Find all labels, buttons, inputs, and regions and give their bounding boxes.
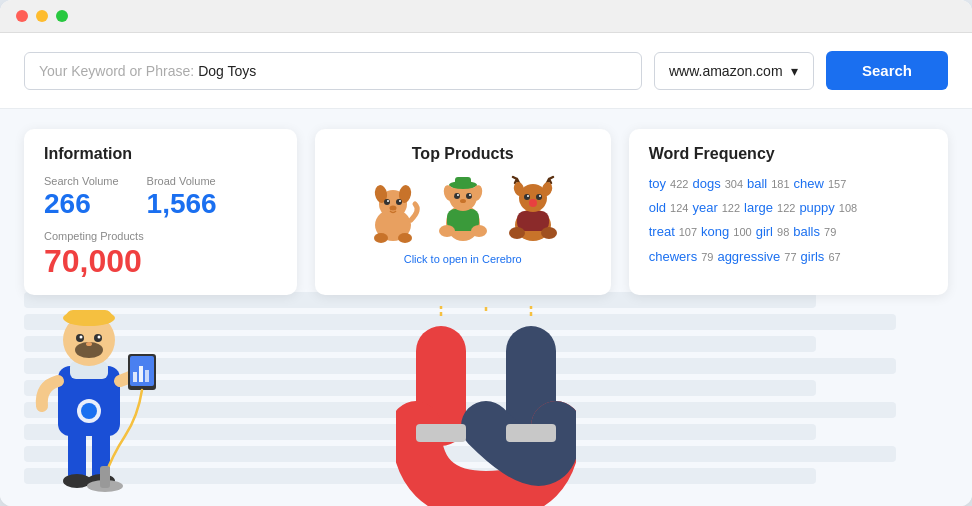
svg-point-7 <box>399 200 401 202</box>
svg-rect-56 <box>133 372 137 382</box>
keyword-label: Your Keyword or Phrase: <box>39 63 194 79</box>
browser-window: Your Keyword or Phrase: Dog Toys www.ama… <box>0 0 972 506</box>
freq-count-treat: 107 <box>679 225 697 240</box>
traffic-light-green[interactable] <box>56 10 68 22</box>
traffic-light-yellow[interactable] <box>36 10 48 22</box>
svg-point-29 <box>536 194 542 200</box>
freq-line-0: toy422 dogs304 ball181 chew157 <box>649 175 928 193</box>
product-image-2 <box>433 175 493 245</box>
freq-word-puppy[interactable]: puppy <box>799 199 834 217</box>
svg-point-8 <box>389 206 396 211</box>
freq-count-large: 122 <box>777 201 795 216</box>
freq-count-ball: 181 <box>771 177 789 192</box>
freq-word-chew[interactable]: chew <box>794 175 824 193</box>
svg-point-16 <box>454 193 460 199</box>
magnet-illustration <box>396 306 576 506</box>
svg-point-30 <box>527 195 529 197</box>
top-products-card-title: Top Products <box>412 145 514 163</box>
keyword-input[interactable]: Your Keyword or Phrase: Dog Toys <box>24 52 642 90</box>
svg-point-32 <box>529 199 537 207</box>
svg-point-23 <box>439 225 455 237</box>
freq-word-ball[interactable]: ball <box>747 175 767 193</box>
svg-point-5 <box>396 199 402 205</box>
freq-count-toy: 422 <box>670 177 688 192</box>
svg-rect-47 <box>66 310 112 324</box>
svg-point-53 <box>86 342 92 346</box>
broad-volume-value: 1,566 <box>147 189 217 220</box>
search-button[interactable]: Search <box>826 51 948 90</box>
svg-rect-15 <box>455 177 471 187</box>
freq-line-2: treat107 kong100 girl98 balls79 <box>649 223 928 241</box>
domain-value: www.amazon.com <box>669 63 783 79</box>
freq-count-year: 122 <box>722 201 740 216</box>
svg-point-36 <box>541 227 557 239</box>
svg-rect-67 <box>416 424 466 442</box>
svg-point-24 <box>471 225 487 237</box>
freq-count-girls: 67 <box>828 250 840 265</box>
product-image-1 <box>363 180 423 245</box>
freq-count-dogs: 304 <box>725 177 743 192</box>
chevron-down-icon: ▾ <box>791 63 799 79</box>
browser-content: Your Keyword or Phrase: Dog Toys www.ama… <box>0 33 972 506</box>
search-volume-block: Search Volume 266 <box>44 175 119 220</box>
freq-count-chewers: 79 <box>701 250 713 265</box>
svg-point-9 <box>374 233 388 243</box>
svg-point-6 <box>387 200 389 202</box>
freq-word-kong[interactable]: kong <box>701 223 729 241</box>
word-frequency-card-title: Word Frequency <box>649 145 928 163</box>
broad-volume-block: Broad Volume 1,566 <box>147 175 217 220</box>
svg-rect-57 <box>139 366 143 382</box>
character-illustration <box>30 266 160 506</box>
svg-point-50 <box>80 336 83 339</box>
metric-row-top: Search Volume 266 Broad Volume 1,566 <box>44 175 277 220</box>
competing-products-label: Competing Products <box>44 230 277 242</box>
product-images <box>363 175 563 245</box>
search-volume-label: Search Volume <box>44 175 119 187</box>
freq-count-balls: 79 <box>824 225 836 240</box>
product-image-3 <box>503 175 563 245</box>
word-frequency-lines: toy422 dogs304 ball181 chew157 old124 ye… <box>649 175 928 266</box>
information-card-title: Information <box>44 145 277 163</box>
search-volume-value: 266 <box>44 189 119 220</box>
freq-count-chew: 157 <box>828 177 846 192</box>
freq-line-3: chewers79 aggressive77 girls67 <box>649 248 928 266</box>
keyword-value: Dog Toys <box>198 63 256 79</box>
freq-count-old: 124 <box>670 201 688 216</box>
svg-point-43 <box>81 403 97 419</box>
freq-line-1: old124 year122 large122 puppy108 <box>649 199 928 217</box>
freq-word-treat[interactable]: treat <box>649 223 675 241</box>
domain-select[interactable]: www.amazon.com ▾ <box>654 52 814 90</box>
svg-point-10 <box>398 233 412 243</box>
freq-count-kong: 100 <box>733 225 751 240</box>
top-products-card: Top Products <box>315 129 611 295</box>
svg-rect-58 <box>145 370 149 382</box>
freq-word-large[interactable]: large <box>744 199 773 217</box>
freq-word-year[interactable]: year <box>692 199 717 217</box>
traffic-light-red[interactable] <box>16 10 28 22</box>
svg-point-35 <box>509 227 525 239</box>
freq-word-old[interactable]: old <box>649 199 666 217</box>
svg-point-20 <box>460 199 466 203</box>
freq-word-girl[interactable]: girl <box>756 223 773 241</box>
products-caption[interactable]: Click to open in Cerebro <box>404 253 522 265</box>
freq-word-girls[interactable]: girls <box>801 248 825 266</box>
svg-point-17 <box>466 193 472 199</box>
broad-volume-label: Broad Volume <box>147 175 217 187</box>
freq-word-dogs[interactable]: dogs <box>692 175 720 193</box>
freq-word-aggressive[interactable]: aggressive <box>717 248 780 266</box>
search-bar-area: Your Keyword or Phrase: Dog Toys www.ama… <box>0 33 972 109</box>
freq-count-puppy: 108 <box>839 201 857 216</box>
svg-rect-68 <box>506 424 556 442</box>
svg-point-19 <box>469 194 471 196</box>
svg-rect-26 <box>517 211 549 231</box>
svg-point-4 <box>384 199 390 205</box>
svg-rect-60 <box>100 466 110 488</box>
svg-point-51 <box>98 336 101 339</box>
freq-word-toy[interactable]: toy <box>649 175 666 193</box>
svg-point-28 <box>524 194 530 200</box>
svg-point-31 <box>539 195 541 197</box>
freq-word-chewers[interactable]: chewers <box>649 248 697 266</box>
freq-count-girl: 98 <box>777 225 789 240</box>
freq-word-balls[interactable]: balls <box>793 223 820 241</box>
browser-titlebar <box>0 0 972 33</box>
